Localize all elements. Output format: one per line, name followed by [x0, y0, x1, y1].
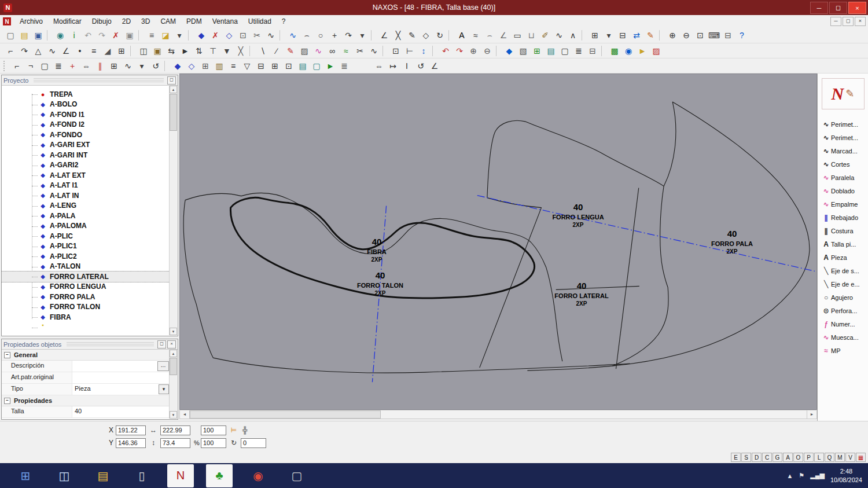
tool-size-piece[interactable]: A Talla pi... — [818, 237, 868, 251]
tree-item[interactable]: ◆ A-FONDO — [2, 130, 170, 140]
calculator-icon[interactable]: ⊞ — [199, 60, 212, 72]
tree-item[interactable]: ◆ A-LENG — [2, 201, 170, 211]
freehand-icon[interactable]: ∿ — [264, 30, 277, 41]
language-key[interactable]: D — [752, 453, 762, 462]
tree-item[interactable]: ◆ A-GARI2 — [2, 160, 170, 171]
scissors-icon[interactable]: ✂ — [354, 45, 366, 57]
language-key[interactable]: E — [731, 453, 741, 462]
taskbar-folder[interactable]: ▤ — [90, 464, 116, 487]
node-icon[interactable]: ◇ — [420, 30, 432, 41]
tree-item[interactable]: ◆ A-BOLO — [2, 100, 170, 110]
protractor-icon[interactable]: ∠ — [428, 60, 441, 72]
tree-item-partial[interactable]: ▪ — [2, 322, 170, 328]
slider-icon[interactable]: ≡ — [227, 60, 240, 72]
scroll-down-button[interactable]: ▼ — [170, 328, 177, 335]
cascade-icon[interactable]: ≣ — [572, 45, 585, 57]
tree-item[interactable]: ◆ A-LAT IN — [2, 190, 170, 201]
wave2-icon[interactable]: ∿ — [367, 45, 380, 57]
angle-icon[interactable]: ∠ — [497, 30, 510, 41]
corner-icon[interactable]: ⌐ — [4, 45, 17, 57]
pencil-icon[interactable]: ✎ — [406, 30, 418, 41]
wave-menu-icon[interactable]: ∿ — [553, 30, 565, 41]
align-top-icon[interactable]: ⊟ — [255, 60, 267, 72]
align-mid-icon[interactable]: ⊞ — [269, 60, 281, 72]
mirror-icon[interactable]: ⇆ — [165, 45, 178, 57]
language-key[interactable]: G — [773, 453, 782, 462]
play-icon[interactable]: ► — [179, 45, 192, 57]
frame-icon[interactable]: ⊡ — [389, 45, 402, 57]
open-icon[interactable]: ▤ — [18, 30, 31, 41]
print2-icon[interactable]: ⊟ — [586, 45, 599, 57]
redo-red-icon[interactable]: ↷ — [453, 45, 466, 57]
hatch-icon[interactable]: ▨ — [298, 45, 311, 57]
line2-icon[interactable]: ∕ — [270, 45, 283, 57]
magnify-icon[interactable]: ⊕ — [467, 45, 480, 57]
screen-icon[interactable]: ▢ — [558, 45, 571, 57]
tool-piece[interactable]: A Pieza — [818, 251, 868, 264]
compress-icon[interactable]: ▤ — [296, 60, 309, 72]
delete-icon[interactable]: ✗ — [109, 30, 122, 41]
grid-icon[interactable]: ⊞ — [115, 45, 128, 57]
text-icon[interactable]: A — [455, 30, 468, 41]
tree-item[interactable]: ◆ A-LAT EXT — [2, 170, 170, 181]
run-icon[interactable]: ► — [324, 60, 337, 72]
x-coordinate-field[interactable]: 191.22 — [116, 425, 146, 435]
chamfer-icon[interactable]: ∠ — [60, 45, 72, 57]
scrollbar-thumb[interactable] — [190, 410, 381, 419]
tool-alignment-axis[interactable]: ╲ Eje de e... — [818, 277, 868, 291]
node-delete-icon[interactable]: ╳ — [392, 30, 404, 41]
book-icon[interactable]: ▥ — [213, 60, 226, 72]
language-key[interactable]: Q — [825, 453, 834, 462]
language-key[interactable]: M — [835, 453, 845, 462]
menu-item[interactable]: 2D — [117, 15, 136, 28]
curve-menu-icon[interactable]: ▾ — [356, 30, 369, 41]
paste-icon[interactable]: ▣ — [151, 45, 164, 57]
line-icon[interactable]: ∖ — [256, 45, 269, 57]
panel-maximize-button[interactable]: ◻ — [167, 76, 176, 85]
network-signal-icon[interactable]: ▂▄▆ — [810, 472, 825, 479]
tool-marker[interactable]: ∿ Marcad... — [818, 144, 868, 157]
reduce-icon[interactable]: ⊖ — [481, 45, 494, 57]
corner-a-icon[interactable]: ⌐ — [10, 60, 23, 72]
tree-item[interactable]: ◆ A-GARI EXT — [2, 140, 170, 151]
close-button[interactable]: × — [848, 2, 866, 14]
menu-item[interactable]: Dibujo — [87, 15, 117, 28]
layers2-icon[interactable]: ≣ — [338, 60, 351, 72]
tool-mp[interactable]: ≈ MP — [818, 344, 868, 357]
section-propiedades[interactable]: − Propiedades — [2, 395, 170, 406]
zoom-out-icon[interactable]: ⊖ — [680, 30, 693, 41]
scale-x-field[interactable]: 100 — [201, 425, 226, 435]
action-center-flag-icon[interactable]: ⚑ — [799, 472, 804, 479]
tool-parallel[interactable]: ∿ Paralela — [818, 171, 868, 184]
taskbar-chrome[interactable]: ◉ — [245, 464, 271, 487]
aspect-ratio-icon[interactable]: ⊨ — [230, 426, 238, 434]
spline-icon[interactable]: ∿ — [286, 30, 299, 41]
tool-perforation[interactable]: ⊙ Perfora... — [818, 304, 868, 317]
menu-item[interactable]: Ventana — [207, 15, 243, 28]
red-pen-icon[interactable]: ✎ — [284, 45, 297, 57]
talla-field[interactable]: 40 — [72, 406, 170, 417]
dot-icon[interactable]: • — [73, 45, 86, 57]
tipo-dropdown[interactable]: Pieza ▾ — [72, 384, 170, 395]
smooth-icon[interactable]: ∿ — [46, 45, 58, 57]
sheets-icon[interactable]: ⊟ — [616, 30, 629, 41]
tool-perimeter-1[interactable]: ∿ Perimet... — [818, 118, 868, 131]
help-icon[interactable]: ? — [735, 30, 748, 41]
tool-splice[interactable]: ∿ Empalme — [818, 197, 868, 211]
graph-icon[interactable]: ∿ — [122, 60, 134, 72]
stamp-icon[interactable]: ▣ — [123, 30, 136, 41]
scroll-right-button[interactable]: ► — [807, 410, 816, 419]
rotation-field[interactable]: 0 — [241, 438, 266, 448]
scroll-left-button[interactable]: ◄ — [180, 410, 190, 419]
pointer-icon[interactable]: ► — [636, 45, 649, 57]
tree-item[interactable]: ◆ FORRO LENGUA — [2, 282, 170, 292]
redo-icon[interactable]: ↷ — [95, 30, 108, 41]
diamond-open-icon[interactable]: ◇ — [185, 60, 198, 72]
align-bot-icon[interactable]: ⊡ — [282, 60, 295, 72]
graph-menu-icon[interactable]: ▾ — [135, 60, 148, 72]
corner-b-icon[interactable]: ¬ — [24, 60, 37, 72]
height-field[interactable]: 73.4 — [160, 438, 190, 448]
preview-icon[interactable]: ▢ — [310, 60, 323, 72]
tree-item[interactable]: ◆ A-PLIC1 — [2, 241, 170, 252]
taskbar-archive[interactable]: ▯ — [128, 464, 155, 487]
